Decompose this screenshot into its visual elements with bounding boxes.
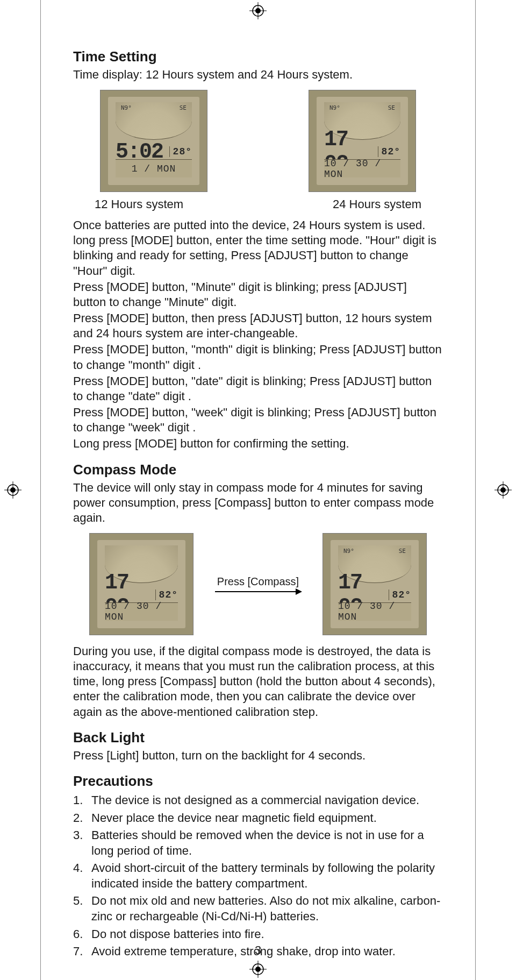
precaution-item: Avoid short-circuit of the battery termi… [73,861,443,891]
time-setting-p7: Long press [MODE] button for confirming … [73,436,443,451]
lcd-compass-right-label: SE [388,104,395,111]
lcd-temp: 82° [378,146,400,157]
lcd-photo-24h: N9° SE 17 0282° 10 / 30 / MON [309,90,416,192]
heading-compass-mode: Compass Mode [73,461,443,478]
time-setting-p1: Once batteries are putted into the devic… [73,218,443,279]
lcd-date: 1 / MON [116,159,192,177]
lcd-temp: 82° [389,590,411,600]
caption-24h: 24 Hours system [333,197,421,211]
compass-mode-p1: The device will only stay in compass mod… [73,480,443,525]
back-light-p1: Press [Light] button, turn on the backli… [73,748,443,763]
precaution-item: Batteries should be removed when the dev… [73,828,443,858]
precaution-item: Never place the device near magnetic fie… [73,811,443,826]
lcd-temp: 28° [169,146,192,157]
registration-mark-icon [4,481,22,499]
time-setting-intro: Time display: 12 Hours system and 24 Hou… [73,67,443,82]
lcd-photo-after-compass: N9° SE 17 0282° 10 / 30 / MON [322,533,427,635]
precautions-list: The device is not designed as a commerci… [73,793,443,960]
time-setting-images: N9° SE 5:0228° 1 / MON N9° SE 17 0282° 1… [100,90,416,192]
precaution-item: Do not mix old and new batteries. Also d… [73,893,443,924]
registration-mark-icon [494,481,512,499]
heading-back-light: Back Light [73,729,443,746]
lcd-compass-left-label: N9° [329,104,340,111]
lcd-compass-left-label: N9° [343,548,354,555]
caption-12h: 12 Hours system [95,197,183,211]
compass-mode-p2: During you use, if the digital compass m… [73,644,443,720]
heading-time-setting: Time Setting [73,48,443,65]
manual-page: Time Setting Time display: 12 Hours syst… [40,0,476,980]
lcd-compass-right-label: SE [180,104,187,111]
lcd-photo-12h: N9° SE 5:0228° 1 / MON [100,90,207,192]
press-compass-caption: Press [Compass] [217,576,299,588]
lcd-photo-before-compass: 17 0282° 10 / 30 / MON [89,533,194,635]
lcd-date: 10 / 30 / MON [338,602,411,621]
time-setting-p6: Press [MODE] button, "week" digit is bli… [73,405,443,435]
compass-arrow-block: Press [Compass] [215,533,301,635]
lcd-compass-right-label: SE [399,548,406,555]
precaution-item: Do not dispose batteries into fire. [73,927,443,942]
lcd-date: 10 / 30 / MON [105,602,178,621]
lcd-temp: 82° [155,590,178,600]
heading-precautions: Precautions [73,773,443,790]
lcd-compass-left-label: N9° [121,104,132,111]
lcd-date: 10 / 30 / MON [324,159,400,177]
compass-mode-images: 17 0282° 10 / 30 / MON Press [Compass] N… [89,533,427,635]
arrow-right-icon [215,591,301,592]
time-setting-p4: Press [MODE] button, "month" digit is bl… [73,342,443,372]
time-setting-p2: Press [MODE] button, "Minute" digit is b… [73,280,443,310]
time-setting-p5: Press [MODE] button, "date" digit is bli… [73,374,443,404]
precaution-item: The device is not designed as a commerci… [73,793,443,808]
page-number: 3 [41,943,475,957]
time-setting-p3: Press [MODE] button, then press [ADJUST]… [73,311,443,341]
time-setting-captions: 12 Hours system 24 Hours system [95,197,421,211]
